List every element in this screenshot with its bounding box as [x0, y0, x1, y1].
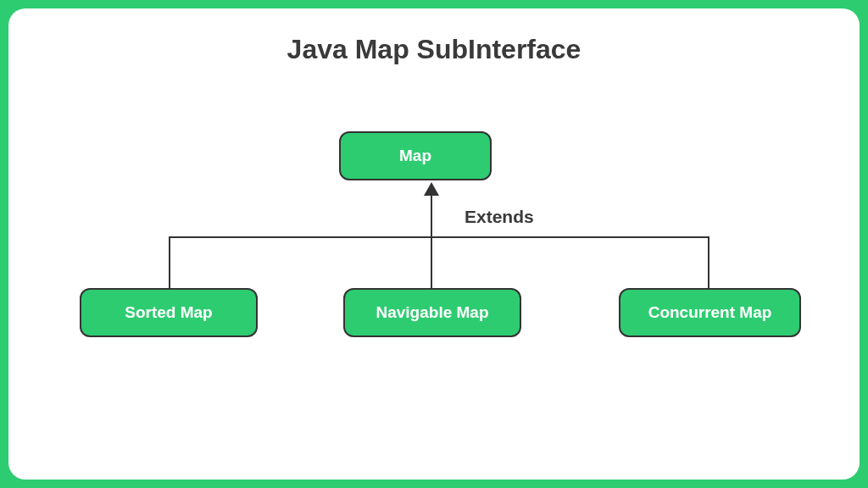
diagram-frame: Java Map SubInterface Map Extends Sorted… [8, 8, 860, 480]
node-map-label: Map [399, 147, 431, 165]
node-sorted-map-label: Sorted Map [125, 303, 212, 322]
connector-vertical-left [169, 236, 170, 288]
diagram-title: Java Map SubInterface [8, 34, 860, 65]
node-navigable-map-label: Navigable Map [376, 303, 488, 322]
node-map: Map [339, 131, 492, 180]
connector-horizontal [170, 236, 709, 238]
connector-vertical-right [708, 236, 709, 288]
connector-vertical-center [431, 193, 432, 288]
node-navigable-map: Navigable Map [343, 288, 521, 337]
node-sorted-map: Sorted Map [80, 288, 258, 337]
extends-label: Extends [465, 207, 534, 227]
node-concurrent-map: Concurrent Map [619, 288, 801, 337]
node-concurrent-map-label: Concurrent Map [648, 303, 772, 322]
